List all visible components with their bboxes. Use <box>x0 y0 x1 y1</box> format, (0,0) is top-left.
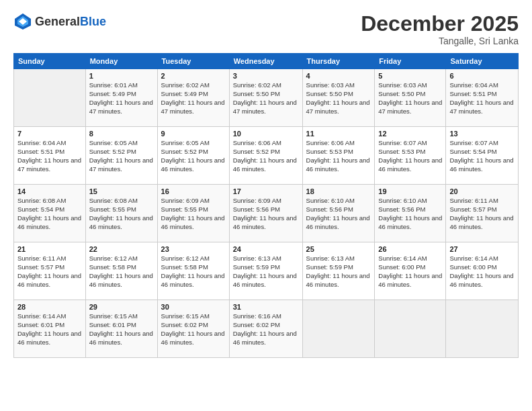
col-friday: Friday <box>375 54 446 69</box>
calendar-week-3: 14 Sunrise: 6:08 AM Sunset: 5:54 PM Dayl… <box>14 185 519 242</box>
sunrise: Sunrise: 6:09 AM <box>233 197 281 204</box>
sunrise: Sunrise: 6:12 AM <box>89 255 138 262</box>
calendar-cell: 15 Sunrise: 6:08 AM Sunset: 5:55 PM Dayl… <box>85 185 157 242</box>
calendar-table: Sunday Monday Tuesday Wednesday Thursday… <box>13 53 519 358</box>
daylight: Daylight: 11 hours and 47 minutes. <box>449 99 513 115</box>
day-number: 8 <box>89 130 154 138</box>
sunset: Sunset: 5:52 PM <box>161 148 208 155</box>
col-saturday: Saturday <box>446 54 519 69</box>
sunset: Sunset: 5:55 PM <box>161 205 208 213</box>
day-info: Sunrise: 6:05 AM Sunset: 5:52 PM Dayligh… <box>89 139 154 173</box>
calendar-cell: 1 Sunrise: 6:01 AM Sunset: 5:49 PM Dayli… <box>85 69 157 127</box>
calendar-cell: 27 Sunrise: 6:14 AM Sunset: 6:00 PM Dayl… <box>446 242 519 300</box>
day-number: 19 <box>378 187 442 195</box>
day-info: Sunrise: 6:03 AM Sunset: 5:50 PM Dayligh… <box>306 81 371 116</box>
sunset: Sunset: 5:50 PM <box>378 90 425 97</box>
month-title: December 2025 <box>361 12 519 36</box>
sunrise: Sunrise: 6:03 AM <box>306 81 355 89</box>
day-number: 2 <box>161 72 226 80</box>
calendar-cell: 8 Sunrise: 6:05 AM Sunset: 5:52 PM Dayli… <box>85 127 157 185</box>
logo-blue: Blue <box>80 15 106 28</box>
day-number: 18 <box>306 187 371 195</box>
sunset: Sunset: 6:01 PM <box>17 321 64 328</box>
daylight: Daylight: 11 hours and 46 minutes. <box>233 330 297 346</box>
calendar-cell: 26 Sunrise: 6:14 AM Sunset: 6:00 PM Dayl… <box>375 242 446 300</box>
daylight: Daylight: 11 hours and 46 minutes. <box>17 330 81 346</box>
calendar-cell: 23 Sunrise: 6:12 AM Sunset: 5:58 PM Dayl… <box>157 242 229 300</box>
header: GeneralBlue December 2025 Tangalle, Sri … <box>13 12 519 46</box>
calendar-cell: 29 Sunrise: 6:15 AM Sunset: 6:01 PM Dayl… <box>85 300 157 358</box>
col-thursday: Thursday <box>302 54 375 69</box>
sunset: Sunset: 5:51 PM <box>17 148 64 155</box>
day-info: Sunrise: 6:13 AM Sunset: 5:59 PM Dayligh… <box>233 255 299 289</box>
day-info: Sunrise: 6:06 AM Sunset: 5:52 PM Dayligh… <box>233 139 299 173</box>
sunset: Sunset: 5:52 PM <box>89 148 136 155</box>
sunrise: Sunrise: 6:04 AM <box>17 139 66 146</box>
day-number: 14 <box>17 187 82 195</box>
calendar-cell: 19 Sunrise: 6:10 AM Sunset: 5:56 PM Dayl… <box>375 185 446 242</box>
daylight: Daylight: 11 hours and 46 minutes. <box>449 272 513 288</box>
col-monday: Monday <box>85 54 157 69</box>
daylight: Daylight: 11 hours and 47 minutes. <box>161 99 225 115</box>
sunset: Sunset: 5:56 PM <box>233 205 280 213</box>
daylight: Daylight: 11 hours and 46 minutes. <box>378 214 442 230</box>
day-info: Sunrise: 6:02 AM Sunset: 5:50 PM Dayligh… <box>233 81 299 116</box>
day-info: Sunrise: 6:01 AM Sunset: 5:49 PM Dayligh… <box>89 81 154 116</box>
sunset: Sunset: 6:00 PM <box>449 263 496 271</box>
sunset: Sunset: 5:58 PM <box>161 263 208 271</box>
day-info: Sunrise: 6:08 AM Sunset: 5:54 PM Dayligh… <box>17 197 82 231</box>
calendar-cell: 28 Sunrise: 6:14 AM Sunset: 6:01 PM Dayl… <box>14 300 86 358</box>
logo-text-block: GeneralBlue <box>35 15 106 28</box>
calendar-week-2: 7 Sunrise: 6:04 AM Sunset: 5:51 PM Dayli… <box>14 127 519 185</box>
daylight: Daylight: 11 hours and 46 minutes. <box>306 156 370 173</box>
sunset: Sunset: 5:56 PM <box>378 205 425 213</box>
sunset: Sunset: 5:50 PM <box>233 90 280 97</box>
sunset: Sunset: 5:54 PM <box>449 148 496 155</box>
daylight: Daylight: 11 hours and 46 minutes. <box>233 156 297 173</box>
sunset: Sunset: 6:02 PM <box>233 321 280 328</box>
calendar-cell <box>446 300 519 358</box>
sunrise: Sunrise: 6:12 AM <box>161 255 210 262</box>
sunset: Sunset: 5:51 PM <box>449 90 496 97</box>
day-number: 5 <box>378 72 442 80</box>
day-info: Sunrise: 6:12 AM Sunset: 5:58 PM Dayligh… <box>161 255 226 289</box>
day-number: 13 <box>449 130 515 138</box>
sunset: Sunset: 6:02 PM <box>161 321 208 328</box>
title-block: December 2025 Tangalle, Sri Lanka <box>361 12 519 46</box>
daylight: Daylight: 11 hours and 46 minutes. <box>161 214 225 230</box>
calendar-cell: 9 Sunrise: 6:05 AM Sunset: 5:52 PM Dayli… <box>157 127 229 185</box>
day-number: 30 <box>161 303 226 311</box>
col-sunday: Sunday <box>14 54 86 69</box>
calendar-cell: 25 Sunrise: 6:13 AM Sunset: 5:59 PM Dayl… <box>302 242 375 300</box>
daylight: Daylight: 11 hours and 47 minutes. <box>89 99 153 115</box>
day-info: Sunrise: 6:04 AM Sunset: 5:51 PM Dayligh… <box>449 81 515 116</box>
daylight: Daylight: 11 hours and 46 minutes. <box>449 156 513 173</box>
day-number: 16 <box>161 187 226 195</box>
day-info: Sunrise: 6:07 AM Sunset: 5:53 PM Dayligh… <box>378 139 442 173</box>
col-tuesday: Tuesday <box>157 54 229 69</box>
sunset: Sunset: 5:57 PM <box>449 205 496 213</box>
day-info: Sunrise: 6:14 AM Sunset: 6:00 PM Dayligh… <box>449 255 515 289</box>
calendar-cell: 31 Sunrise: 6:16 AM Sunset: 6:02 PM Dayl… <box>229 300 302 358</box>
day-info: Sunrise: 6:12 AM Sunset: 5:58 PM Dayligh… <box>89 255 154 289</box>
sunrise: Sunrise: 6:05 AM <box>161 139 210 146</box>
sunset: Sunset: 5:59 PM <box>233 263 280 271</box>
sunrise: Sunrise: 6:11 AM <box>17 255 66 262</box>
calendar-cell: 12 Sunrise: 6:07 AM Sunset: 5:53 PM Dayl… <box>375 127 446 185</box>
sunset: Sunset: 5:53 PM <box>306 148 353 155</box>
location: Tangalle, Sri Lanka <box>361 36 519 46</box>
calendar-cell: 30 Sunrise: 6:15 AM Sunset: 6:02 PM Dayl… <box>157 300 229 358</box>
day-info: Sunrise: 6:16 AM Sunset: 6:02 PM Dayligh… <box>233 312 299 347</box>
daylight: Daylight: 11 hours and 47 minutes. <box>233 99 297 115</box>
day-info: Sunrise: 6:05 AM Sunset: 5:52 PM Dayligh… <box>161 139 226 173</box>
sunset: Sunset: 5:54 PM <box>17 205 64 213</box>
sunrise: Sunrise: 6:11 AM <box>449 197 498 204</box>
calendar-cell: 2 Sunrise: 6:02 AM Sunset: 5:49 PM Dayli… <box>157 69 229 127</box>
logo-general: General <box>35 15 80 28</box>
sunrise: Sunrise: 6:03 AM <box>378 81 427 89</box>
day-info: Sunrise: 6:13 AM Sunset: 5:59 PM Dayligh… <box>306 255 371 289</box>
daylight: Daylight: 11 hours and 46 minutes. <box>89 272 153 288</box>
sunrise: Sunrise: 6:13 AM <box>306 255 355 262</box>
day-number: 4 <box>306 72 371 80</box>
logo-icon <box>13 12 32 31</box>
